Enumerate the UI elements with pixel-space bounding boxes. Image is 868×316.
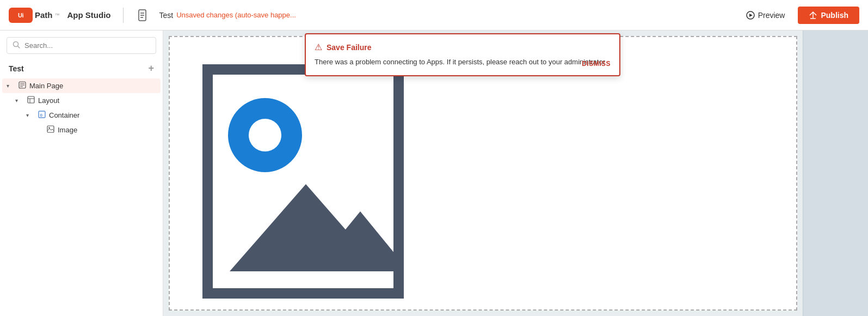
- preview-icon: [746, 11, 755, 20]
- add-page-icon[interactable]: +: [148, 63, 154, 74]
- svg-rect-14: [28, 96, 34, 103]
- app-header: Ui Path ™ App Studio Test Unsaved change…: [0, 0, 868, 31]
- logo-path-text: Path: [35, 10, 53, 20]
- canvas-frame: [169, 36, 797, 311]
- svg-line-9: [18, 46, 20, 48]
- sidebar-section-title: Test +: [0, 58, 163, 78]
- layout-label: Layout: [38, 96, 59, 105]
- logo-text: Ui: [18, 12, 23, 19]
- page-icon: [19, 81, 26, 90]
- preview-label: Preview: [758, 11, 785, 20]
- container-icon: 0: [38, 111, 46, 120]
- right-panel: [803, 31, 868, 316]
- document-icon[interactable]: [136, 8, 151, 23]
- chevron-icon: ▾: [15, 98, 24, 104]
- popup-message: There was a problem connecting to Apps. …: [315, 57, 611, 68]
- image-placeholder-svg: [202, 64, 404, 299]
- logo-area: Ui Path ™ App Studio: [9, 8, 151, 23]
- svg-point-20: [48, 127, 50, 128]
- tree-item-container[interactable]: ▾ 0 Container: [2, 108, 161, 123]
- image-placeholder: [202, 64, 404, 299]
- header-right: Preview Publish: [737, 7, 859, 24]
- publish-icon: [809, 11, 817, 20]
- header-divider: [123, 8, 124, 23]
- publish-button[interactable]: Publish: [798, 7, 859, 24]
- chevron-icon: ▾: [7, 83, 15, 89]
- project-name: Test: [159, 11, 174, 20]
- search-wrap[interactable]: [7, 37, 156, 54]
- search-area: [0, 31, 163, 58]
- main-page-label: Main Page: [29, 82, 63, 90]
- section-title-text: Test: [9, 64, 24, 73]
- svg-text:0: 0: [40, 113, 43, 118]
- dismiss-button[interactable]: DISMISS: [582, 60, 611, 68]
- logo-box: Ui: [9, 8, 33, 23]
- canvas-area: ⚠ Save Failure There was a problem conne…: [163, 31, 803, 316]
- save-failure-popup: ⚠ Save Failure There was a problem conne…: [305, 33, 620, 76]
- search-input[interactable]: [24, 41, 150, 50]
- tree-item-layout[interactable]: ▾ Layout: [2, 93, 161, 108]
- container-label: Container: [49, 111, 79, 119]
- svg-rect-19: [47, 126, 54, 132]
- sidebar: Test + ▾ Main Page ▾: [0, 31, 163, 316]
- logo-tm: ™: [55, 13, 60, 18]
- svg-point-23: [249, 119, 281, 151]
- publish-label: Publish: [821, 11, 848, 20]
- unsaved-changes-label: Unsaved changes (auto-save happe...: [176, 11, 296, 19]
- popup-header: ⚠ Save Failure: [315, 42, 611, 52]
- layout-icon: [27, 96, 35, 105]
- chevron-icon: ▾: [26, 112, 35, 118]
- tree-item-main-page[interactable]: ▾ Main Page: [2, 78, 161, 93]
- image-label: Image: [58, 126, 77, 134]
- preview-button[interactable]: Preview: [737, 7, 794, 24]
- svg-marker-5: [749, 14, 753, 17]
- image-icon: [47, 125, 54, 135]
- warning-icon: ⚠: [315, 42, 322, 52]
- header-title-area: Test Unsaved changes (auto-save happe...: [159, 11, 737, 20]
- popup-title: Save Failure: [327, 43, 372, 52]
- tree-item-image[interactable]: Image: [2, 123, 161, 137]
- main-layout: Test + ▾ Main Page ▾: [0, 31, 868, 316]
- app-studio-label: App Studio: [67, 10, 111, 20]
- search-icon: [13, 41, 20, 50]
- uipath-logo: Ui Path ™: [9, 8, 60, 23]
